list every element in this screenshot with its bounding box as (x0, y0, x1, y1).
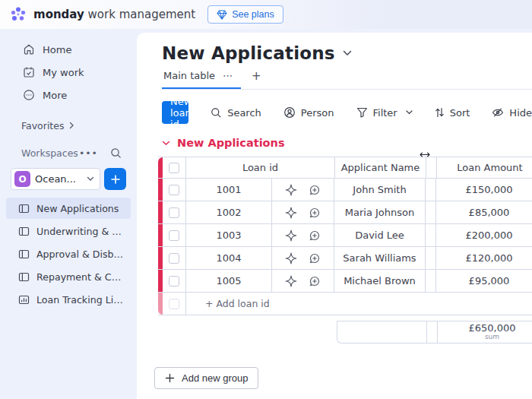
see-plans-label: See plans (232, 9, 274, 20)
ai-sparkle-icon[interactable] (285, 252, 297, 264)
see-plans-button[interactable]: See plans (207, 5, 283, 24)
column-header-loan-amount[interactable]: Loan Amount (437, 157, 532, 178)
favorites-toggle[interactable]: Favorites (0, 116, 137, 135)
board-label: New Applications (36, 203, 119, 214)
select-all-checkbox[interactable] (169, 163, 179, 173)
applicant-name-cell[interactable]: Sarah Williams (334, 247, 426, 269)
loan-id-cell[interactable]: 1004 (186, 247, 272, 269)
board-title-menu[interactable]: New Applications (162, 43, 352, 63)
applicant-name-cell[interactable]: Michael Brown (334, 270, 426, 292)
row-checkbox[interactable] (169, 207, 179, 218)
top-bar: monday work management See plans (0, 0, 532, 29)
sort-label: Sort (450, 107, 470, 119)
sort-button[interactable]: Sort (435, 107, 470, 119)
toolbar: New loan id Search Person (162, 101, 532, 124)
sidebar-item-home[interactable]: Home (0, 38, 137, 61)
brand-text: monday work management (33, 8, 195, 21)
person-icon (283, 106, 296, 119)
applicant-name-cell[interactable]: Maria Johnson (334, 201, 426, 223)
main-panel: New Applications Main table ⋯ + New loan… (137, 33, 532, 399)
ai-sparkle-icon[interactable] (285, 230, 297, 242)
ai-sparkle-icon[interactable] (285, 184, 297, 196)
board-icon (18, 249, 30, 260)
column-summary-row: £650,000 sum (337, 321, 532, 344)
filter-icon (356, 107, 368, 118)
applicant-name-cell[interactable]: John Smith (334, 179, 426, 201)
ai-sparkle-icon[interactable] (285, 207, 297, 219)
add-item-label[interactable]: + Add loan id (186, 293, 532, 315)
loan-id-cell[interactable]: 1003 (186, 224, 272, 246)
column-header-loan-id[interactable]: Loan id (186, 157, 335, 178)
chevron-right-icon (68, 122, 74, 129)
sidebar-board-approval[interactable]: Approval & Disburse... (6, 243, 131, 264)
sidebar-board-loan-tracking[interactable]: Loan Tracking Live ... (6, 289, 131, 310)
column-header-applicant-name[interactable]: Applicant Name (335, 157, 426, 178)
search-label: Search (227, 107, 261, 119)
row-select-cell (163, 270, 186, 292)
add-update-bubble-icon[interactable] (309, 252, 321, 264)
tab-main-table[interactable]: Main table ⋯ (162, 70, 241, 89)
favorites-label: Favorites (21, 120, 64, 131)
row-select-cell (163, 293, 186, 315)
sidebar-board-underwriting[interactable]: Underwriting & Verif... (6, 220, 131, 242)
row-select-cell (163, 201, 186, 223)
row-checkbox[interactable] (169, 185, 179, 195)
group-header[interactable]: New Applications (162, 137, 532, 149)
add-update-bubble-icon[interactable] (309, 230, 321, 242)
sidebar-board-new-applications[interactable]: New Applications (6, 198, 131, 219)
table-row: 1001 John Smith £150,000 (158, 179, 532, 201)
search-icon[interactable] (110, 147, 122, 159)
gap-cell (426, 179, 436, 201)
filter-button[interactable]: Filter (356, 107, 413, 119)
add-new-group-button[interactable]: Add new group (154, 367, 258, 389)
loan-amount-cell[interactable]: £85,000 (436, 201, 532, 223)
loan-amount-cell[interactable]: £200,000 (436, 224, 532, 246)
hide-button[interactable]: Hide (492, 107, 532, 119)
table-row: 1003 David Lee £200,000 (158, 224, 532, 247)
person-filter-button[interactable]: Person (283, 106, 334, 119)
add-update-bubble-icon[interactable] (309, 184, 321, 196)
search-button[interactable]: Search (211, 107, 261, 119)
ai-sparkle-icon[interactable] (285, 275, 297, 287)
chevron-down-icon[interactable] (406, 110, 413, 115)
table-row: 1004 Sarah Williams £120,000 (158, 247, 532, 270)
add-view-button[interactable]: + (241, 69, 269, 89)
row-checkbox[interactable] (169, 276, 179, 287)
gap-cell (426, 247, 436, 269)
sidebar-item-my-work[interactable]: My work (0, 61, 137, 84)
applicant-name-cell[interactable]: David Lee (334, 224, 426, 246)
group-collapse-icon[interactable] (162, 141, 170, 146)
row-checkbox[interactable] (169, 253, 179, 264)
loan-amount-cell[interactable]: £120,000 (436, 247, 532, 269)
workspaces-options-button[interactable]: ••• (79, 147, 98, 159)
monday-logo-icon (9, 5, 27, 24)
loan-id-cell[interactable]: 1001 (186, 179, 272, 201)
add-update-bubble-icon[interactable] (309, 275, 321, 287)
loan-amount-cell[interactable]: £150,000 (436, 179, 532, 201)
chevron-down-icon (87, 176, 94, 182)
table-header-row: Loan id Applicant Name Loan Amount (158, 157, 532, 179)
row-checkbox[interactable] (169, 230, 179, 241)
summary-gap-cell (426, 321, 437, 344)
loan-amount-cell[interactable]: £95,000 (436, 270, 532, 292)
tab-options-button[interactable]: ⋯ (223, 70, 233, 81)
item-quick-actions (272, 179, 334, 201)
add-update-bubble-icon[interactable] (309, 207, 321, 219)
plus-icon (110, 174, 121, 185)
sidebar-item-more[interactable]: More (0, 84, 137, 106)
column-resize-icon[interactable] (420, 151, 430, 158)
row-select-cell (163, 224, 186, 246)
add-item-row[interactable]: + Add loan id (158, 293, 532, 315)
loan-amount-summary[interactable]: £650,000 sum (437, 321, 532, 344)
home-icon (23, 43, 35, 55)
tab-label: Main table (163, 70, 215, 81)
new-item-label: New loan id (162, 101, 188, 124)
new-item-button[interactable]: New loan id (162, 101, 188, 124)
my-work-icon (23, 66, 35, 78)
sidebar-board-repayment[interactable]: Repayment & Collec... (6, 266, 131, 287)
workspace-selector[interactable]: O Ocean... (11, 168, 100, 190)
add-workspace-button[interactable] (104, 168, 126, 190)
loan-id-cell[interactable]: 1002 (186, 201, 272, 223)
loan-id-cell[interactable]: 1005 (186, 270, 272, 292)
column-resize-gap[interactable] (426, 157, 437, 178)
